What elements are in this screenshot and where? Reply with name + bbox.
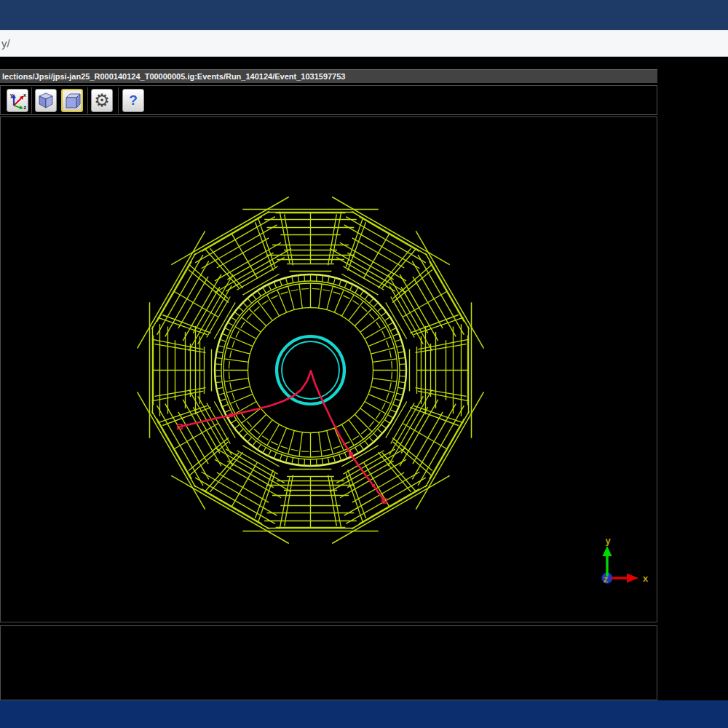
question-mark-icon: ? <box>129 92 138 108</box>
toolbar-separator <box>118 87 119 114</box>
toolbar-separator <box>87 87 88 114</box>
url-text: y/ <box>0 37 10 50</box>
toolbar-separator <box>31 87 32 114</box>
event-path-text: lections/Jpsi/jpsi-jan25_R000140124_T000… <box>0 72 345 81</box>
window-chrome-bottom <box>0 700 728 728</box>
cube-perspective-icon <box>36 91 55 110</box>
event-path-bar: lections/Jpsi/jpsi-jan25_R000140124_T000… <box>0 69 657 83</box>
perspective-view-button[interactable] <box>35 89 57 112</box>
event-display-scene: yxz <box>1 117 657 622</box>
cube-orthographic-icon <box>63 91 82 110</box>
window-chrome-top <box>0 0 728 30</box>
axes-icon: y x z <box>8 91 27 110</box>
orthographic-view-button[interactable] <box>61 89 83 112</box>
axes-view-button[interactable]: y x z <box>7 89 28 112</box>
svg-text:x: x <box>23 92 26 98</box>
svg-text:x: x <box>643 573 649 584</box>
settings-button[interactable]: ⚙ <box>91 89 113 112</box>
help-button[interactable]: ? <box>122 89 144 112</box>
svg-text:y: y <box>605 535 611 546</box>
toolbar: y x z ⚙ ? <box>0 85 657 115</box>
browser-address-bar[interactable]: y/ <box>0 30 728 57</box>
svg-text:z: z <box>24 105 27 110</box>
svg-text:z: z <box>604 574 609 585</box>
event-display-canvas[interactable]: yxz <box>0 116 657 622</box>
bottom-panel <box>0 625 657 700</box>
gear-icon: ⚙ <box>94 92 110 109</box>
